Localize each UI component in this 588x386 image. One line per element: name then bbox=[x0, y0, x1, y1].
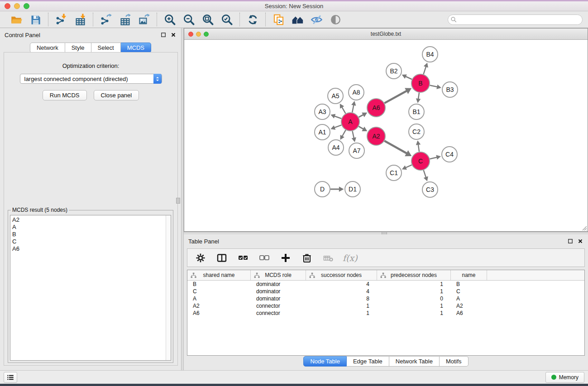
graph-node-A2[interactable]: A2 bbox=[367, 127, 385, 145]
graph-node-A4[interactable]: A4 bbox=[328, 140, 344, 155]
select-all-button[interactable] bbox=[236, 251, 250, 265]
export-image-button[interactable] bbox=[137, 13, 151, 26]
float-table-panel-icon[interactable] bbox=[567, 238, 574, 244]
tab-network[interactable]: Network bbox=[30, 43, 65, 53]
close-table-panel-icon[interactable] bbox=[577, 238, 583, 244]
graph-edge-A-A5[interactable] bbox=[340, 104, 346, 114]
graph-edge-B-B4[interactable] bbox=[424, 63, 428, 75]
graph-node-A5[interactable]: A5 bbox=[328, 88, 343, 104]
graph-node-B[interactable]: B bbox=[411, 74, 430, 92]
graph-node-B4[interactable]: B4 bbox=[422, 47, 438, 62]
function-builder-button[interactable]: f(x) bbox=[343, 253, 358, 263]
graph-edge-A-A4[interactable] bbox=[340, 130, 346, 140]
eye-slash-button[interactable] bbox=[309, 13, 324, 26]
search-input[interactable] bbox=[448, 14, 583, 25]
graph-node-A[interactable]: A bbox=[341, 113, 359, 131]
mcds-result-item[interactable]: A bbox=[12, 224, 169, 231]
export-network-button[interactable] bbox=[99, 13, 113, 26]
mcds-result-item[interactable]: A2 bbox=[12, 216, 169, 224]
import-table-button[interactable] bbox=[73, 13, 87, 26]
tab-edge-table[interactable]: Edge Table bbox=[347, 356, 389, 367]
graph-node-C3[interactable]: C3 bbox=[422, 182, 438, 197]
settings-button[interactable] bbox=[194, 251, 207, 265]
graph-edge-C-C1[interactable] bbox=[402, 165, 412, 170]
graph-edge-C-C3[interactable] bbox=[424, 170, 428, 181]
column-header-mcds-role[interactable]: MCDS role bbox=[251, 270, 306, 280]
tab-style[interactable]: Style bbox=[65, 43, 91, 53]
column-header-shared-name[interactable]: shared name bbox=[187, 270, 251, 280]
graph-node-A1[interactable]: A1 bbox=[315, 124, 330, 140]
mcds-result-item[interactable]: B bbox=[12, 231, 169, 238]
graph-edge-D-D1[interactable] bbox=[330, 186, 344, 192]
table-row[interactable]: A6connector11A6 bbox=[187, 310, 584, 317]
graph-node-A3[interactable]: A3 bbox=[315, 104, 330, 119]
graph-node-D[interactable]: D bbox=[315, 181, 330, 197]
window-resize-grip[interactable] bbox=[581, 225, 587, 231]
mcds-result-item[interactable]: C bbox=[12, 238, 169, 245]
graph-edge-A-A2[interactable] bbox=[359, 126, 367, 131]
graph-edge-B-B1[interactable] bbox=[416, 93, 421, 103]
graph-edge-C-C4[interactable] bbox=[430, 155, 441, 160]
unselect-all-button[interactable] bbox=[258, 251, 271, 265]
add-column-button[interactable] bbox=[279, 251, 292, 265]
table-row[interactable]: A2connector11A2 bbox=[187, 302, 584, 310]
result-list-scrollbar[interactable] bbox=[166, 215, 171, 360]
show-columns-button[interactable] bbox=[215, 251, 229, 265]
zoom-in-button[interactable] bbox=[163, 13, 177, 26]
graph-node-B2[interactable]: B2 bbox=[386, 63, 402, 79]
memory-button[interactable]: Memory bbox=[545, 372, 584, 383]
graph-edge-A-A3[interactable] bbox=[330, 114, 341, 119]
table-row[interactable]: Cdominator41C bbox=[187, 288, 584, 295]
delete-table-button[interactable] bbox=[321, 251, 335, 265]
home-button[interactable] bbox=[290, 13, 305, 26]
close-panel-icon[interactable] bbox=[170, 32, 177, 38]
column-header-successor-nodes[interactable]: successor nodes bbox=[306, 270, 377, 280]
column-header-name[interactable]: name bbox=[451, 270, 487, 280]
close-panel-button[interactable]: Close panel bbox=[94, 90, 139, 100]
eye-half-button[interactable] bbox=[328, 13, 343, 26]
tab-select[interactable]: Select bbox=[91, 43, 121, 53]
export-table-button[interactable] bbox=[118, 13, 132, 26]
table-row[interactable]: Bdominator41B bbox=[187, 281, 584, 288]
graph-node-A6[interactable]: A6 bbox=[367, 99, 385, 117]
graph-node-B1[interactable]: B1 bbox=[409, 104, 424, 119]
delete-column-button[interactable] bbox=[300, 251, 314, 265]
task-history-button[interactable] bbox=[4, 372, 17, 383]
tab-motifs[interactable]: Motifs bbox=[440, 356, 468, 367]
save-button[interactable] bbox=[28, 13, 43, 26]
zoom-out-button[interactable] bbox=[182, 13, 196, 26]
column-header-predecessor-nodes[interactable]: predecessor nodes bbox=[377, 270, 451, 280]
graph-edge-A-A8[interactable] bbox=[351, 101, 356, 112]
graph-node-A8[interactable]: A8 bbox=[349, 85, 364, 100]
graph-edge-A6-B[interactable] bbox=[384, 88, 411, 103]
graph-node-C4[interactable]: C4 bbox=[442, 147, 457, 162]
run-mcds-button[interactable]: Run MCDS bbox=[43, 90, 87, 100]
float-panel-icon[interactable] bbox=[160, 32, 167, 38]
optimization-criterion-select[interactable]: largest connected component (directed) bbox=[20, 74, 162, 84]
graph-edge-A-A6[interactable] bbox=[359, 113, 367, 117]
graph-node-A7[interactable]: A7 bbox=[349, 143, 364, 158]
graph-edge-B-B3[interactable] bbox=[430, 85, 441, 89]
zoom-fit-button[interactable] bbox=[201, 13, 215, 26]
graph-edge-B-B2[interactable] bbox=[402, 74, 412, 79]
import-network-button[interactable] bbox=[54, 13, 68, 26]
open-button[interactable] bbox=[9, 13, 24, 26]
graph-edge-A2-C[interactable] bbox=[384, 141, 411, 156]
tab-network-table[interactable]: Network Table bbox=[389, 356, 440, 367]
graph-node-C1[interactable]: C1 bbox=[386, 165, 402, 181]
graph-node-D1[interactable]: D1 bbox=[345, 181, 360, 197]
tab-mcds[interactable]: MCDS bbox=[121, 43, 151, 53]
graph-edge-C-C2[interactable] bbox=[416, 140, 421, 152]
graph-node-C2[interactable]: C2 bbox=[409, 124, 424, 139]
network-canvas[interactable]: B4B2BB3A8A5A6A3B1AA1C2A2A4A7C4CC1C3DD1 bbox=[184, 40, 588, 231]
graph-edge-A-A7[interactable] bbox=[352, 131, 356, 142]
table-row[interactable]: Adominator80A bbox=[187, 295, 584, 302]
graph-edge-A-A1[interactable] bbox=[330, 125, 341, 129]
refresh-button[interactable] bbox=[245, 13, 260, 26]
tab-node-table[interactable]: Node Table bbox=[303, 356, 347, 367]
vertical-splitter-handle[interactable] bbox=[176, 198, 180, 204]
mcds-result-item[interactable]: A6 bbox=[12, 245, 169, 253]
graph-node-B3[interactable]: B3 bbox=[442, 82, 458, 97]
graph-node-C[interactable]: C bbox=[411, 152, 430, 170]
zoom-selected-button[interactable] bbox=[220, 13, 234, 26]
